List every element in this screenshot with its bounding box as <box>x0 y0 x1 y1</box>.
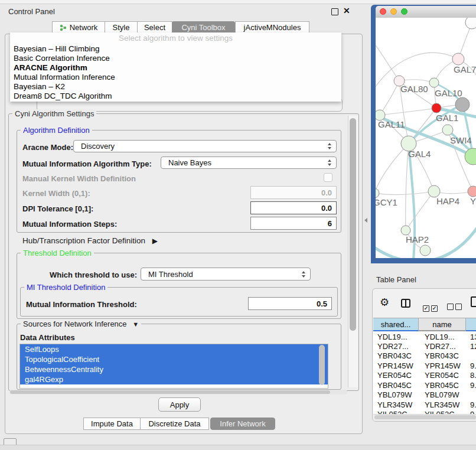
aracne-mode-combo[interactable]: Discovery <box>73 140 337 152</box>
table-cell[interactable]: YDR27... <box>377 342 409 351</box>
table-cell[interactable]: YBR043C <box>377 351 412 360</box>
node <box>420 245 431 256</box>
table-cell[interactable]: YDR27... <box>425 342 456 351</box>
algorithm-option[interactable]: Dream8 DC_TDC Algorithm <box>10 92 341 101</box>
node <box>465 18 476 29</box>
table-cell[interactable]: 9. <box>470 361 476 370</box>
sources-legend[interactable]: Sources for Network Inference ▼ <box>21 319 141 328</box>
table-panel-title: Table Panel <box>376 275 416 284</box>
minimize-traffic-light[interactable] <box>390 8 397 15</box>
table-hscrollbar-thumb[interactable] <box>374 415 476 419</box>
data-attributes-list[interactable]: SelfLoops TopologicalCoefficient Between… <box>19 344 328 389</box>
settings-vscrollbar-thumb[interactable] <box>350 118 356 331</box>
columns-icon[interactable] <box>401 299 410 308</box>
column-header-name[interactable]: name <box>419 318 466 331</box>
settings-hscrollbar-thumb[interactable] <box>10 390 330 394</box>
mi-threshold-field[interactable]: 0.5 <box>248 297 332 310</box>
splitter-collapse-icon[interactable] <box>364 218 367 223</box>
table-cell[interactable]: YER054C <box>377 371 412 380</box>
table-cell[interactable]: 9. <box>470 400 476 409</box>
node-GAL7 <box>452 53 464 65</box>
algorithm-option[interactable]: Basic Correlation Inference <box>10 54 341 63</box>
table-cell[interactable]: YPR145W <box>425 361 461 370</box>
list-item[interactable]: gal4RGexp <box>20 374 328 384</box>
float-icon[interactable] <box>331 8 338 15</box>
table-cell[interactable]: YBR045C <box>425 381 459 390</box>
close-icon[interactable]: ✕ <box>343 6 350 15</box>
table-cell[interactable]: YPR145W <box>377 361 413 370</box>
table-cell[interactable]: YLR345W <box>425 400 459 409</box>
tab-style[interactable]: Style <box>105 21 138 34</box>
table-cell[interactable]: 9. <box>470 381 476 390</box>
node-label: HAP4 <box>436 196 459 206</box>
collapse-down-icon: ▼ <box>132 321 139 328</box>
algorithm-option-selected[interactable]: ARACNE Algorithm <box>10 63 341 73</box>
table-cell[interactable]: YBR045C <box>377 381 412 390</box>
node-label: GAL11 <box>378 119 405 129</box>
table-cell[interactable]: YLR345W <box>377 400 412 409</box>
table-cell[interactable]: YIL052C <box>425 410 455 414</box>
hub-section-toggle[interactable]: Hub/Transcription Factor Definition ▶ <box>22 236 158 245</box>
table-cell[interactable]: YDL19... <box>377 332 407 341</box>
node-label: GAL7 <box>454 64 476 74</box>
new-table-icon[interactable] <box>471 296 476 307</box>
tab-jactivemnodules[interactable]: jActiveMNodules <box>235 21 309 34</box>
top-strip <box>0 0 476 4</box>
tab-infer-network[interactable]: Infer Network <box>210 418 275 430</box>
apply-button[interactable]: Apply <box>158 397 201 412</box>
table-cell[interactable]: YER054C <box>425 371 459 380</box>
stepper-icon <box>302 271 306 278</box>
mi-algorithm-value: Naive Bayes <box>168 158 211 167</box>
list-item[interactable]: BetweennessCentrality <box>20 364 328 374</box>
mi-algorithm-combo[interactable]: Naive Bayes <box>161 156 337 169</box>
algorithm-option[interactable]: Bayesian – Hill Climbing <box>10 44 341 54</box>
mi-steps-value: 6 <box>328 219 332 228</box>
table-panel-window: ⚙ ✓✓ shared... name YDL19... YDL19... 13… <box>372 288 476 422</box>
list-item[interactable]: SelfLoops <box>20 344 328 354</box>
table-cell[interactable]: YBR043C <box>425 351 459 360</box>
tab-network[interactable]: Network <box>52 21 105 34</box>
tab-impute-data[interactable]: Impute Data <box>83 418 141 430</box>
select-all-icon[interactable]: ✓✓ <box>423 302 438 312</box>
table-cell[interactable]: YBL079W <box>425 390 459 399</box>
table-cell[interactable]: YDL19... <box>425 332 455 341</box>
network-view-window[interactable]: GAL7 GAL80 GAL10 GAL1 GAL11 SWI4 GAL4 GC… <box>371 5 476 263</box>
table-cell[interactable]: 9 <box>470 410 474 414</box>
table-cell[interactable]: 8. <box>470 371 476 380</box>
close-traffic-light[interactable] <box>380 8 386 15</box>
which-threshold-combo[interactable]: MI Threshold <box>141 268 311 281</box>
gear-icon[interactable]: ⚙ <box>380 297 389 308</box>
list-item[interactable]: TopologicalCoefficient <box>20 354 328 364</box>
node-label: GAL10 <box>435 88 462 98</box>
tab-select-label: Select <box>144 23 165 32</box>
mi-threshold-legend: MI Threshold Definition <box>24 283 107 292</box>
deselect-all-icon[interactable] <box>447 302 462 312</box>
dpi-tolerance-field[interactable]: 0.0 <box>250 201 337 214</box>
table-cell[interactable]: 13 <box>470 332 476 341</box>
tab-select[interactable]: Select <box>137 21 172 34</box>
node-gray <box>455 97 470 112</box>
tab-discretize-data[interactable]: Discretize Data <box>140 418 209 430</box>
algorithm-option[interactable]: Bayesian – K2 <box>10 82 341 92</box>
table-cell[interactable]: YBL079W <box>377 390 412 399</box>
node-label: GAL1 <box>436 113 458 123</box>
zoom-traffic-light[interactable] <box>401 8 407 15</box>
table-cell[interactable]: YIL052C <box>377 410 407 414</box>
column-header-partial[interactable] <box>466 318 476 331</box>
manual-kernel-checkbox[interactable] <box>324 173 332 182</box>
algorithm-option[interactable]: Mutual Information Inference <box>10 73 341 82</box>
network-titlebar[interactable] <box>376 6 476 18</box>
column-header-shared[interactable]: shared... <box>373 318 419 331</box>
table-body[interactable]: YDL19... YDL19... 13 YDR27... YDR27... 1… <box>373 331 476 414</box>
attributes-vscrollbar-thumb[interactable] <box>319 345 325 385</box>
network-canvas[interactable]: GAL7 GAL80 GAL10 GAL1 GAL11 SWI4 GAL4 GC… <box>376 18 476 258</box>
aracne-mode-label: Aracne Mode: <box>22 143 73 152</box>
mi-steps-field[interactable]: 6 <box>250 217 337 230</box>
bottom-strip <box>0 445 476 450</box>
tab-cyni-toolbox[interactable]: Cyni Toolbox <box>172 21 235 34</box>
threshold-legend: Threshold Definition <box>21 249 94 257</box>
sources-legend-text: Sources for Network Inference <box>23 319 127 328</box>
node-salmon <box>468 186 476 197</box>
table-cell[interactable]: 12 <box>470 342 476 351</box>
column-header-label: name <box>432 320 452 329</box>
